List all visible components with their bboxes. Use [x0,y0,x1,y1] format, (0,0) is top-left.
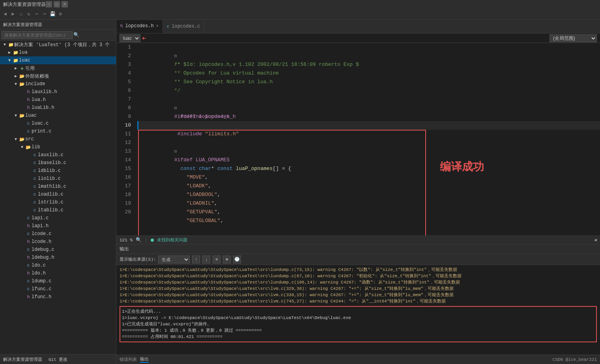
tab-lopcodes-c-icon: c [167,24,170,29]
sidebar-item-luac-c[interactable]: c luac.c [0,119,116,127]
refresh-button[interactable]: ↻ [25,11,32,18]
file-select[interactable]: luac [120,34,140,42]
sidebar-item-ldo-h[interactable]: h ldo.h [0,269,116,277]
output-btn-3[interactable]: ≡ [213,256,221,263]
sidebar-item-ldebug-c[interactable]: c ldebug.c [0,246,116,254]
output-btn-2[interactable]: ↓ [202,256,210,263]
solution-item[interactable]: ▼ 📁 解决方案 'LuaTest' (3 个项目，共 3 个 [0,41,116,49]
luac-label: luac [19,58,30,63]
tab-output[interactable]: 输出 [140,356,149,363]
status-separator: | [145,238,148,243]
ldebug-c-label: ldebug.c [32,247,54,252]
sidebar-bottom-git[interactable]: Git 更改 [49,357,67,362]
scroll-left-icon[interactable]: ◀ [594,237,597,243]
lauxlib-h-label: lauxlib.h [32,89,57,95]
home-button[interactable]: ⌂ [17,11,24,18]
title-bar-title: 解决方案资源管理器 [3,1,46,8]
h-file-icon: h [25,90,32,94]
sidebar-item-ldebug-h[interactable]: h ldebug.h [0,254,116,261]
sidebar-item-lstrlib-c[interactable]: c lstrlib.c [0,198,116,206]
sidebar-header: 解决方案资源管理器 [0,20,116,30]
sidebar-item-src[interactable]: ▼ 📂 src [0,135,116,143]
back-button[interactable]: ◀ [2,11,9,18]
output-title: 输出 [120,246,129,252]
maximize-button[interactable]: □ [54,1,60,7]
output-content[interactable]: 1>E:\codespace\StudySpace\LuaStudy\Study… [116,265,600,355]
sidebar-item-references[interactable]: ▶ ⊕ 引用 [0,64,116,72]
settings-button[interactable]: ⚙ [57,11,64,18]
include-folder-icon: 📂 [19,82,25,87]
sidebar-item-luac[interactable]: ▼ 📁 luac [0,56,116,64]
undo-button[interactable]: ↩ [33,11,40,18]
search-icon[interactable]: 🔍 [73,32,79,38]
sidebar-item-lbaselib-c[interactable]: c lbaselib.c [0,159,116,167]
ltablib-c-label: ltablib.c [38,207,64,213]
sidebar-content: ▼ 📁 解决方案 'LuaTest' (3 个项目，共 3 个 ▶ 📁 lua … [0,41,116,354]
chevron-down-icon-lib: ▼ [19,145,25,149]
sidebar-item-lfunc-h[interactable]: h lfunc.h [0,293,116,301]
src-folder-icon: 📂 [19,137,25,142]
no-issues-text: 未找到相关问题 [157,237,187,243]
sidebar-item-liolib-c[interactable]: c liolib.c [0,175,116,183]
sidebar-bottom-explorer[interactable]: 解决方案资源管理器 [3,357,42,362]
output-btn-1[interactable]: ↑ [192,256,200,263]
tab-lopcodes-h-icon: h [120,24,123,28]
chevron-right-icon-ref: ▶ [13,66,19,71]
lfunc-h-label: lfunc.h [32,294,51,300]
output-source-select[interactable]: 生成 [158,256,190,263]
sidebar: 解决方案资源管理器 🔍 ▼ 📁 解决方案 'LuaTest' (3 个项目，共 … [0,20,116,364]
tab-close-icon[interactable]: × [156,24,159,28]
sidebar-item-ldblib-c[interactable]: c ldblib.c [0,167,116,175]
bottom-right-text: CSDN @ice_bear221 [553,357,597,362]
sidebar-item-lauxlib-c[interactable]: c lauxlib.c [0,151,116,159]
sidebar-item-loadlib-c[interactable]: c loadlib.c [0,190,116,198]
sidebar-item-lapi-h[interactable]: h lapi.h [0,222,116,230]
output-btn-5[interactable]: 🕐 [233,256,241,263]
sidebar-item-ltablib-c[interactable]: c ltablib.c [0,206,116,214]
sidebar-item-luac-folder[interactable]: ▼ 📂 luac [0,112,116,119]
sidebar-item-lib[interactable]: ▼ 📂 lib [0,143,116,151]
loadlib-c-label: loadlib.c [38,192,64,197]
c-file-icon-11: c [25,216,32,220]
output-btn-4[interactable]: ⊕ [223,256,231,263]
sidebar-item-ldump-c[interactable]: c ldump.c [0,277,116,285]
sidebar-item-lcode-c[interactable]: c lcode.c [0,230,116,238]
sidebar-item-lapi-c[interactable]: c lapi.c [0,214,116,222]
c-file-icon-6: c [32,176,38,181]
tab-lopcodes-c[interactable]: c lopcodes.c [163,20,205,33]
success-line-2: 1>luac.vcxproj -> E:\codespace\StudySpac… [122,315,594,321]
sidebar-item-lfunc-c[interactable]: c lfunc.c [0,285,116,293]
lstrlib-c-label: lstrlib.c [38,200,64,205]
tab-lopcodes-h[interactable]: h lopcodes.h × [116,20,163,33]
save-button[interactable]: 💾 [49,11,56,18]
ref-icon: ⊕ [19,66,25,71]
sidebar-item-external[interactable]: ▶ 📂 外部依赖项 [0,72,116,80]
forward-button[interactable]: ▶ [9,11,17,18]
code-editor[interactable]: 编译成功 1 2 3 4 5 6 7 8 9 10 11 12 13 14 [116,43,600,235]
luac-folder-icon: 📂 [19,113,25,118]
success-line-1: 1>正在生成代码... [122,308,594,315]
search-input[interactable] [2,31,73,39]
minimize-button[interactable]: ─ [46,1,52,7]
scope-select[interactable]: (全局范围) [550,34,597,42]
sidebar-item-print-c[interactable]: c print.c [0,127,116,135]
tab-error-list[interactable]: 错误列表 [120,357,137,362]
lcode-c-label: lcode.c [32,231,51,237]
external-label: 外部依赖项 [25,73,49,80]
sidebar-item-lmathlib-c[interactable]: c lmathlib.c [0,183,116,190]
lapi-c-label: lapi.c [32,215,49,221]
sidebar-item-include[interactable]: ▼ 📂 include [0,80,116,88]
sidebar-item-lua[interactable]: ▶ 📁 lua [0,49,116,56]
lcode-h-label: lcode.h [32,239,51,245]
code-lines: ⊟ /* ** $Id: lopcodes.h,v 1.102 2002/08/… [134,43,600,235]
chevron-down-icon-src: ▼ [13,137,19,142]
sidebar-item-lcode-h[interactable]: h lcode.h [0,238,116,246]
sidebar-item-ldo-c[interactable]: c ldo.c [0,261,116,269]
sidebar-item-lualib-h[interactable]: h luaLib.h [0,104,116,112]
h-file-icon-4: h [25,224,32,228]
close-button[interactable]: × [62,1,68,7]
sidebar-item-lauxlib-h[interactable]: h lauxlib.h [0,88,116,96]
output-header: 输出 [116,245,600,254]
sidebar-item-lua-h[interactable]: h lua.h [0,96,116,104]
redo-button[interactable]: ↪ [41,11,48,18]
